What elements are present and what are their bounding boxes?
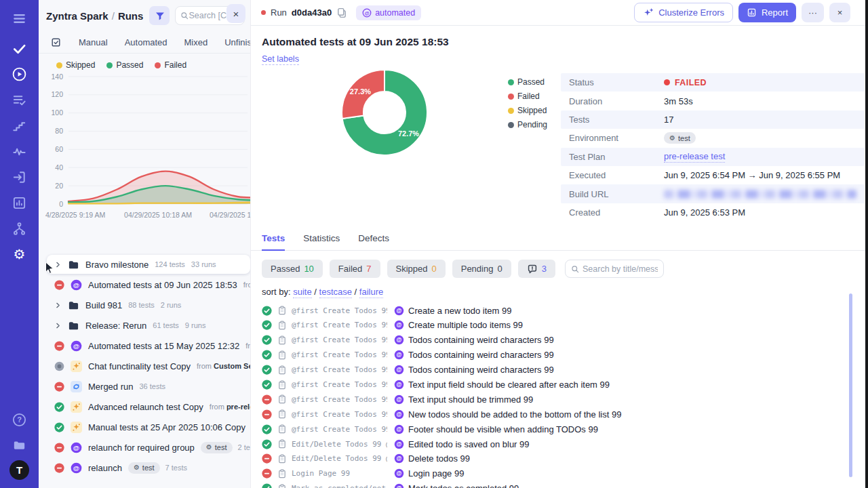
clusterize-errors-button[interactable]: Clusterize Errors <box>634 3 733 22</box>
close-run-button[interactable]: × <box>829 3 850 22</box>
run-folder-row[interactable]: Release: Rerun61 tests9 runs <box>39 315 250 336</box>
legend-dot <box>155 62 161 68</box>
passed-status-icon <box>262 335 272 345</box>
run-meta: 2 tests <box>238 443 250 451</box>
test-row[interactable]: Edit/Delete Todos 99 @...@Delete todos 9… <box>251 451 868 466</box>
select-all-icon[interactable] <box>50 37 62 48</box>
runs-tab-unfinished[interactable]: Unfinished <box>224 37 251 47</box>
automated-test-icon: @ <box>394 380 404 390</box>
test-suite: @first Create Todos 99... <box>292 321 387 329</box>
set-labels-link[interactable]: Set labels <box>262 54 299 65</box>
automated-test-icon: @ <box>394 453 404 464</box>
tests-list: @first Create Todos 99...@Create a new t… <box>251 303 868 488</box>
run-folder-row[interactable]: Build 98188 tests2 runs <box>39 295 250 315</box>
test-row[interactable]: @first Create Todos 99...@Todos containi… <box>251 363 868 378</box>
info-row-duration: Duration3m 53s <box>561 92 865 110</box>
run-from: from plan 1 <box>245 342 250 350</box>
run-id: d0da43a0 <box>292 7 332 18</box>
donut-slice-label: 72.7% <box>398 129 419 138</box>
filter-pending-button[interactable]: Pending0 <box>452 260 511 278</box>
panel-close-button[interactable]: × <box>226 4 245 23</box>
passed-status-icon <box>262 306 272 316</box>
check-icon[interactable] <box>7 35 33 61</box>
sort-by-failure[interactable]: failure <box>359 287 383 298</box>
test-row[interactable]: @first Create Todos 99...@Text input sho… <box>251 392 868 407</box>
run-detail-panel: Run d0da43a0 @ automated Clusterize Erro… <box>251 0 868 488</box>
test-plan-link[interactable]: pre-release test <box>664 151 725 163</box>
list-check-icon[interactable] <box>7 87 33 113</box>
help-icon[interactable]: ? <box>7 407 33 432</box>
tests-scrollbar[interactable] <box>849 293 852 477</box>
run-folder-row[interactable]: Bravo milestone124 tests33 runs <box>47 255 250 274</box>
more-button[interactable]: ··· <box>802 3 824 22</box>
run-list-item[interactable]: @relaunch⚙test7 tests <box>39 458 250 478</box>
test-row[interactable]: Login Page 99@Login page 99 <box>251 466 868 481</box>
tests-search[interactable] <box>565 260 664 278</box>
run-info-table: StatusFAILEDDuration3m 53sTests17Environ… <box>561 73 865 222</box>
info-label: Tests <box>569 115 664 125</box>
clipboard-icon <box>277 336 287 345</box>
filter-skipped-button[interactable]: Skipped0 <box>387 260 446 278</box>
import-signin-icon[interactable] <box>7 164 33 190</box>
automated-run-icon: @ <box>71 442 82 453</box>
run-name: relaunch <box>88 463 122 473</box>
info-label: Created <box>569 207 664 218</box>
steps-icon[interactable] <box>7 113 33 138</box>
test-row[interactable]: @first Create Todos 99...@Create multipl… <box>251 318 868 333</box>
run-list-item[interactable]: @Automated tests at 09 Jun 2025 18:53fro… <box>39 274 250 295</box>
tab-defects[interactable]: Defects <box>358 233 389 250</box>
donut-legend: PassedFailedSkippedPending <box>508 77 561 129</box>
run-list-item[interactable]: Advanced relaunch test Copyfrom pre-rele… <box>39 396 250 417</box>
test-title: Footer should be visible when adding TOD… <box>408 424 598 434</box>
filter-button[interactable] <box>149 6 170 25</box>
passed-status-icon <box>262 439 272 449</box>
projects-folder-icon[interactable] <box>7 432 33 458</box>
run-list-item[interactable]: Manual tests at 25 Apr 2025 10:06 Copyfr… <box>39 417 250 437</box>
report-button[interactable]: Report <box>738 3 796 22</box>
donut-legend-item: Passed <box>508 77 561 87</box>
run-meta: 88 tests <box>128 301 155 309</box>
clipboard-icon <box>277 484 287 488</box>
tab-tests[interactable]: Tests <box>262 233 285 251</box>
run-list-item[interactable]: Merged run36 tests <box>39 376 250 396</box>
copy-icon[interactable] <box>336 7 347 18</box>
sparkles-icon <box>643 7 654 18</box>
sort-by-suite[interactable]: suite <box>293 287 311 298</box>
filter-failed-button[interactable]: Failed7 <box>330 260 380 278</box>
run-name: Manual tests at 25 Apr 2025 10:06 Copy <box>88 422 245 432</box>
test-row[interactable]: @first Create Todos 99...@Create a new t… <box>251 303 868 318</box>
filter-count: 0 <box>431 264 436 274</box>
test-row[interactable]: @first Create Todos 99...@New todos shou… <box>251 407 868 422</box>
test-row[interactable]: @first Create Todos 99...@Todos containi… <box>251 348 868 363</box>
analytics-bars-icon[interactable] <box>7 190 33 216</box>
breadcrumb: Zyntra Spark/Runs <box>46 10 143 22</box>
branch-icon[interactable] <box>7 216 33 241</box>
sort-by-testcase[interactable]: testcase <box>319 287 352 298</box>
test-row[interactable]: Edit/Delete Todos 99 @...@Edited todo is… <box>251 436 868 451</box>
clipboard-icon <box>277 424 287 434</box>
build-url-blurred[interactable] <box>664 190 856 199</box>
failed-status-icon <box>54 382 64 392</box>
run-list-item[interactable]: @relaunch for required group⚙test2 tests <box>39 437 250 458</box>
settings-gear-icon[interactable]: ⚙ <box>7 241 33 267</box>
test-row[interactable]: @first Create Todos 99...@Footer should … <box>251 422 868 436</box>
tests-search-input[interactable] <box>583 264 658 274</box>
test-row[interactable]: @first Create Todos 99...@Text input fie… <box>251 378 868 392</box>
run-list-item[interactable]: Chat functinality test Copyfrom Custom S… <box>39 356 250 376</box>
filter-passed-button[interactable]: Passed10 <box>262 260 323 278</box>
runs-tab-manual[interactable]: Manual <box>79 37 108 47</box>
test-row[interactable]: @first Create Todos 99...@Todos containi… <box>251 333 868 348</box>
runs-tab-automated[interactable]: Automated <box>125 37 167 47</box>
legend-label: Skipped <box>66 60 95 70</box>
tab-statistics[interactable]: Statistics <box>303 233 340 250</box>
profile-logo[interactable]: T <box>7 458 33 483</box>
runs-tab-mixed[interactable]: Mixed <box>184 37 208 47</box>
run-list-item[interactable]: @Automated tests at 15 May 2025 12:32fro… <box>39 336 250 356</box>
comments-filter-button[interactable]: 3 <box>518 260 555 278</box>
test-row[interactable]: Mark as completed/not ...@Mark todos as … <box>251 481 868 488</box>
play-circle-icon[interactable] <box>7 61 33 87</box>
activity-pulse-icon[interactable] <box>7 138 33 164</box>
run-meta: 124 tests <box>155 260 185 268</box>
menu-icon[interactable] <box>7 5 33 31</box>
automated-badge[interactable]: @ automated <box>356 5 421 20</box>
